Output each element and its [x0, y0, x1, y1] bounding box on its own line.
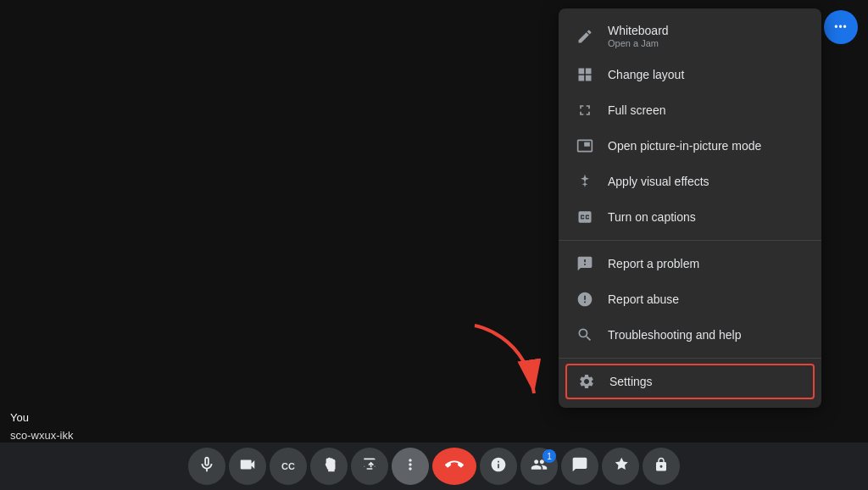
pip-label: Open picture-in-picture mode	[608, 139, 761, 153]
sparkle-icon	[576, 172, 594, 191]
report-problem-icon	[576, 254, 594, 273]
meeting-code: sco-wxux-ikk	[10, 429, 73, 442]
divider-1	[559, 240, 821, 241]
participants-button[interactable]: 1	[520, 448, 558, 485]
chat-button[interactable]	[561, 448, 598, 485]
chat-icon	[571, 456, 588, 477]
more-options-button[interactable]	[392, 448, 429, 485]
menu-item-report-problem[interactable]: Report a problem	[559, 246, 821, 281]
lock-button[interactable]	[643, 448, 680, 485]
report-abuse-label: Report abuse	[608, 292, 679, 306]
dropdown-menu: Whiteboard Open a Jam Change layout Full…	[559, 8, 821, 408]
meeting-info-button[interactable]	[480, 448, 517, 485]
settings-label: Settings	[609, 375, 653, 388]
divider-2	[559, 358, 821, 359]
bottom-toolbar: CC 1	[0, 443, 868, 490]
menu-item-change-layout[interactable]: Change layout	[559, 57, 821, 92]
end-call-button[interactable]	[432, 448, 476, 485]
activities-button[interactable]	[602, 448, 639, 485]
grid-icon	[576, 65, 594, 84]
cc-button[interactable]: CC	[270, 448, 307, 485]
camera-button[interactable]	[229, 448, 266, 485]
pip-icon	[576, 136, 594, 155]
whiteboard-label: Whiteboard	[608, 24, 669, 37]
info-icon	[490, 456, 507, 477]
menu-item-report-abuse[interactable]: Report abuse	[559, 281, 821, 317]
report-abuse-icon	[576, 290, 594, 309]
menu-item-visual-effects[interactable]: Apply visual effects	[559, 164, 821, 199]
fullscreen-icon	[576, 101, 594, 120]
more-dots-icon	[402, 456, 419, 477]
camera-icon	[238, 455, 257, 478]
more-options-top-button[interactable]: •••	[824, 10, 858, 44]
menu-item-pip[interactable]: Open picture-in-picture mode	[559, 128, 821, 164]
menu-item-full-screen[interactable]: Full screen	[559, 92, 821, 128]
activities-icon	[612, 456, 629, 477]
whiteboard-subtitle: Open a Jam	[608, 38, 669, 48]
full-screen-label: Full screen	[608, 103, 665, 117]
change-layout-label: Change layout	[608, 68, 684, 81]
menu-item-captions[interactable]: Turn on captions	[559, 199, 821, 235]
present-icon	[361, 456, 378, 477]
self-label: You	[10, 411, 29, 424]
participants-badge: 1	[542, 449, 556, 463]
report-problem-label: Report a problem	[608, 257, 699, 270]
settings-icon	[577, 372, 596, 391]
cc-icon: CC	[281, 461, 295, 471]
lock-icon	[654, 457, 669, 476]
mic-button[interactable]	[188, 448, 225, 485]
captions-label: Turn on captions	[608, 210, 696, 224]
hand-icon	[320, 456, 337, 477]
troubleshooting-label: Troubleshooting and help	[608, 328, 742, 342]
visual-effects-label: Apply visual effects	[608, 175, 709, 188]
menu-item-settings[interactable]: Settings	[565, 364, 815, 399]
present-button[interactable]	[351, 448, 388, 485]
menu-item-whiteboard[interactable]: Whiteboard Open a Jam	[559, 15, 821, 57]
troubleshooting-icon	[576, 326, 594, 344]
captions-icon	[576, 208, 594, 226]
end-call-icon	[445, 455, 464, 478]
mic-icon	[198, 455, 216, 478]
three-dots-icon: •••	[834, 21, 848, 33]
hand-button[interactable]	[310, 448, 348, 485]
pencil-icon	[576, 27, 594, 46]
menu-item-troubleshooting[interactable]: Troubleshooting and help	[559, 317, 821, 353]
